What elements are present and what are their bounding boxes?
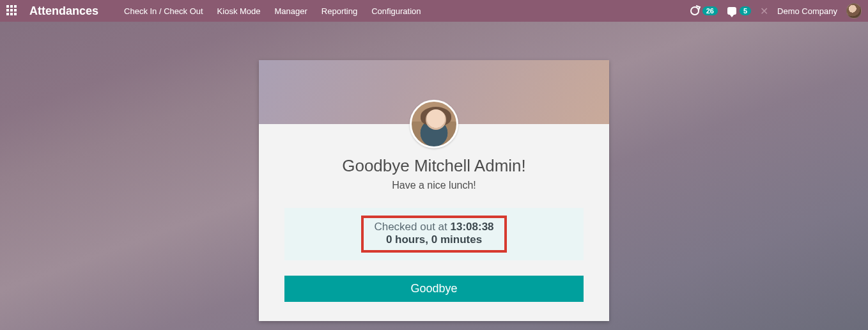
nav-link-manager[interactable]: Manager — [275, 6, 307, 16]
apps-icon[interactable] — [6, 5, 18, 17]
top-navbar: Attendances Check In / Check Out Kiosk M… — [0, 0, 868, 22]
chat-icon — [727, 6, 737, 16]
company-selector[interactable]: Demo Company — [777, 6, 837, 16]
clock-icon — [690, 6, 700, 16]
greeting-text: Goodbye Mitchell Admin! — [284, 156, 584, 176]
activities-badge: 26 — [702, 6, 718, 15]
checked-out-time: 13:08:38 — [451, 221, 494, 233]
nav-links: Check In / Check Out Kiosk Mode Manager … — [124, 6, 421, 16]
messages-badge: 5 — [740, 6, 751, 15]
checked-out-label: Checked out at — [374, 221, 450, 233]
nav-link-configuration[interactable]: Configuration — [371, 6, 421, 16]
subtitle-text: Have a nice lunch! — [284, 180, 584, 191]
goodbye-button[interactable]: Goodbye — [284, 276, 584, 302]
checkout-card: Goodbye Mitchell Admin! Have a nice lunc… — [259, 60, 609, 321]
worked-duration: 0 hours, 0 minutes — [374, 233, 493, 246]
employee-avatar-icon — [410, 100, 458, 148]
card-hero — [259, 60, 609, 124]
messages-button[interactable]: 5 — [727, 6, 751, 16]
nav-link-reporting[interactable]: Reporting — [322, 6, 357, 16]
nav-right: 26 5 ✕ Demo Company — [690, 3, 862, 19]
nav-link-checkin[interactable]: Check In / Check Out — [124, 6, 203, 16]
user-avatar-icon[interactable] — [846, 3, 862, 19]
app-brand[interactable]: Attendances — [29, 4, 98, 18]
checkout-info-band: Checked out at 13:08:38 0 hours, 0 minut… — [284, 208, 584, 260]
main-area: Goodbye Mitchell Admin! Have a nice lunc… — [0, 22, 868, 321]
card-body: Goodbye Mitchell Admin! Have a nice lunc… — [259, 124, 609, 321]
checked-out-line: Checked out at 13:08:38 — [374, 221, 493, 233]
activities-button[interactable]: 26 — [690, 6, 718, 16]
checkout-info-highlight: Checked out at 13:08:38 0 hours, 0 minut… — [361, 216, 506, 253]
debug-icon[interactable]: ✕ — [760, 5, 768, 17]
nav-link-kiosk[interactable]: Kiosk Mode — [217, 6, 261, 16]
